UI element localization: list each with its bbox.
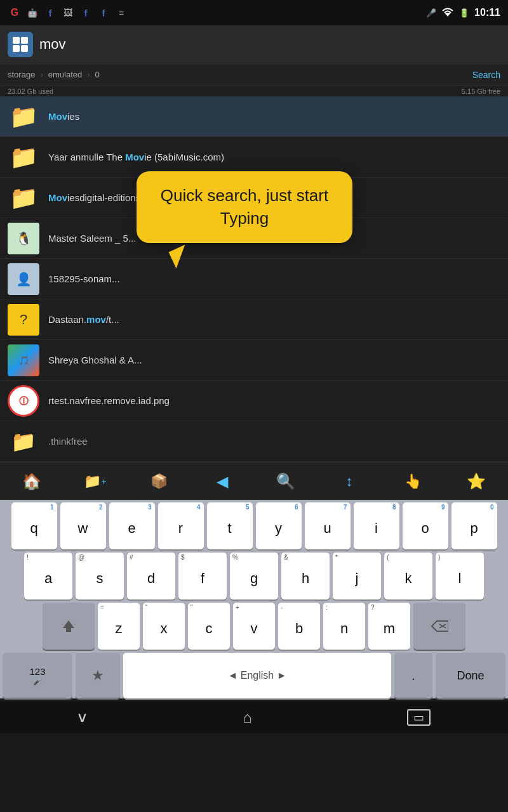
thumb-navfree: ⊘ bbox=[8, 385, 39, 417]
svg-rect-4 bbox=[21, 45, 28, 52]
sys-home[interactable]: ⌂ bbox=[243, 709, 252, 726]
tooltip-bubble: Quick search, just start Typing bbox=[137, 171, 352, 243]
key-g[interactable]: %g bbox=[230, 553, 278, 599]
search-bar bbox=[0, 25, 508, 63]
key-n[interactable]: :n bbox=[323, 603, 365, 650]
storage-free: 5.15 Gb free bbox=[462, 88, 500, 95]
key-123[interactable]: 123 🎤 bbox=[3, 653, 72, 698]
key-t[interactable]: 5t bbox=[207, 502, 253, 549]
key-z[interactable]: =z bbox=[98, 603, 140, 650]
file-name-movies: Movies bbox=[48, 111, 500, 122]
g-icon: G bbox=[8, 6, 22, 20]
file-item-dastaan[interactable]: ? Dastaan.mov/t... bbox=[0, 299, 508, 340]
file-name-yaar: Yaar anmulle The Movie (5abiMusic.com) bbox=[48, 152, 500, 162]
key-space-english[interactable]: ◄ English ► bbox=[123, 653, 391, 698]
key-h[interactable]: &h bbox=[281, 553, 330, 599]
key-w[interactable]: 2w bbox=[60, 502, 106, 549]
fb2-icon: f bbox=[79, 6, 93, 20]
nav-back[interactable]: ◀ bbox=[206, 466, 238, 497]
keyboard-row-4: 123 🎤 ★ ◄ English ► . Done bbox=[0, 653, 508, 698]
keyboard-row-1: 1q 2w 3e 4r 5t 6y 7u 8i 9o 0p bbox=[0, 502, 508, 549]
key-x[interactable]: "x bbox=[143, 603, 185, 650]
nav-archive[interactable]: 📦 bbox=[143, 466, 175, 497]
nav-select[interactable]: 👆 bbox=[397, 466, 429, 497]
breadcrumb-emulated[interactable]: emulated bbox=[43, 70, 87, 79]
photo-icon: 🖼 bbox=[61, 6, 75, 20]
file-item-shreya[interactable]: 🎵 Shreya Ghoshal & A... bbox=[0, 340, 508, 381]
folder-thumb-thinkfree: 📁 bbox=[8, 426, 39, 457]
app-icon bbox=[8, 32, 33, 57]
sys-back[interactable]: ∨ bbox=[76, 709, 88, 726]
key-a[interactable]: !a bbox=[24, 553, 72, 599]
done-label: Done bbox=[457, 669, 484, 683]
key-f[interactable]: $f bbox=[178, 553, 227, 599]
storage-used: 23.02 Gb used bbox=[8, 88, 53, 95]
keyboard: 1q 2w 3e 4r 5t 6y 7u 8i 9o 0p !a @s #d $… bbox=[0, 500, 508, 698]
bottom-nav: 🏠 📁+ 📦 ◀ 🔍 ↕ 👆 ⭐ bbox=[0, 462, 508, 500]
file-name-navfree: rtest.navfree.remove.iad.png bbox=[48, 395, 500, 406]
keyboard-row-3: =z "x "c +v -b :n ?m bbox=[0, 603, 508, 650]
search-input[interactable] bbox=[39, 36, 500, 53]
breadcrumb-storage[interactable]: storage bbox=[8, 70, 40, 79]
folder-thumb-yaar: 📁 bbox=[8, 141, 39, 173]
fb3-icon: f bbox=[97, 6, 110, 20]
key-star[interactable]: ★ bbox=[76, 653, 120, 698]
svg-marker-0 bbox=[444, 13, 451, 16]
shift-icon bbox=[60, 618, 77, 634]
storage-info: 23.02 Gb used 5.15 Gb free bbox=[0, 86, 508, 96]
thumb-shreya: 🎵 bbox=[8, 344, 39, 376]
file-item-thinkfree[interactable]: 📁 .thinkfree bbox=[0, 421, 508, 462]
key-shift[interactable] bbox=[43, 603, 95, 650]
sys-recent[interactable]: ▭ bbox=[407, 709, 431, 726]
svg-marker-6 bbox=[432, 621, 448, 631]
key-c[interactable]: "c bbox=[188, 603, 230, 650]
file-item-movies[interactable]: 📁 Movies bbox=[0, 96, 508, 137]
key-q[interactable]: 1q bbox=[11, 502, 57, 549]
nav-add-folder[interactable]: 📁+ bbox=[79, 466, 111, 497]
file-item-158295[interactable]: 👤 158295-sonam... bbox=[0, 259, 508, 299]
system-nav: ∨ ⌂ ▭ bbox=[0, 702, 508, 733]
key-s[interactable]: @s bbox=[76, 553, 124, 599]
file-list: 📁 Movies 📁 Yaar anmulle The Movie (5abiM… bbox=[0, 96, 508, 462]
key-u[interactable]: 7u bbox=[305, 502, 351, 549]
key-e[interactable]: 3e bbox=[109, 502, 155, 549]
status-bar: G 🤖 f 🖼 f f ≡ 🎤 🔋 10:11 bbox=[0, 0, 508, 25]
time-display: 10:11 bbox=[474, 7, 500, 18]
key-period[interactable]: . bbox=[394, 653, 432, 698]
key-v[interactable]: +v bbox=[233, 603, 275, 650]
folder-thumb-movies: 📁 bbox=[8, 101, 39, 133]
mic-icon: 🎤 bbox=[426, 8, 436, 18]
key-delete[interactable] bbox=[413, 603, 465, 650]
key-k[interactable]: (k bbox=[384, 553, 432, 599]
nav-home[interactable]: 🏠 bbox=[16, 466, 48, 497]
key-j[interactable]: *j bbox=[333, 553, 381, 599]
status-icons-right: 🎤 🔋 10:11 bbox=[426, 7, 500, 18]
status-icons-left: G 🤖 f 🖼 f f ≡ bbox=[8, 6, 128, 20]
key-y[interactable]: 6y bbox=[256, 502, 302, 549]
key-r[interactable]: 4r bbox=[158, 502, 204, 549]
menu-icon: ≡ bbox=[114, 6, 128, 20]
key-m[interactable]: ?m bbox=[368, 603, 410, 650]
thumb-158295: 👤 bbox=[8, 263, 39, 295]
thumb-master-saleem: 🐧 bbox=[8, 223, 39, 254]
key-done[interactable]: Done bbox=[436, 653, 505, 698]
nav-star[interactable]: ⭐ bbox=[460, 466, 492, 497]
file-item-navfree[interactable]: ⊘ rtest.navfree.remove.iad.png bbox=[0, 381, 508, 421]
key-o[interactable]: 9o bbox=[403, 502, 448, 549]
key-l[interactable]: )l bbox=[436, 553, 484, 599]
breadcrumb-search[interactable]: Search bbox=[472, 70, 500, 80]
key-i[interactable]: 8i bbox=[354, 502, 399, 549]
file-name-dastaan: Dastaan.mov/t... bbox=[48, 314, 500, 325]
key-b[interactable]: -b bbox=[278, 603, 320, 650]
nav-sort[interactable]: ↕ bbox=[333, 466, 365, 497]
key-d[interactable]: #d bbox=[127, 553, 175, 599]
key-p[interactable]: 0p bbox=[451, 502, 497, 549]
breadcrumb-bar: storage › emulated › 0 Search bbox=[0, 63, 508, 86]
svg-rect-3 bbox=[13, 45, 20, 52]
svg-marker-5 bbox=[63, 620, 74, 632]
svg-rect-2 bbox=[21, 37, 28, 44]
tooltip-text: Quick search, just start Typing bbox=[161, 186, 328, 228]
nav-search[interactable]: 🔍 bbox=[270, 466, 302, 497]
breadcrumb-0[interactable]: 0 bbox=[90, 70, 105, 79]
android-icon: 🤖 bbox=[25, 6, 39, 20]
